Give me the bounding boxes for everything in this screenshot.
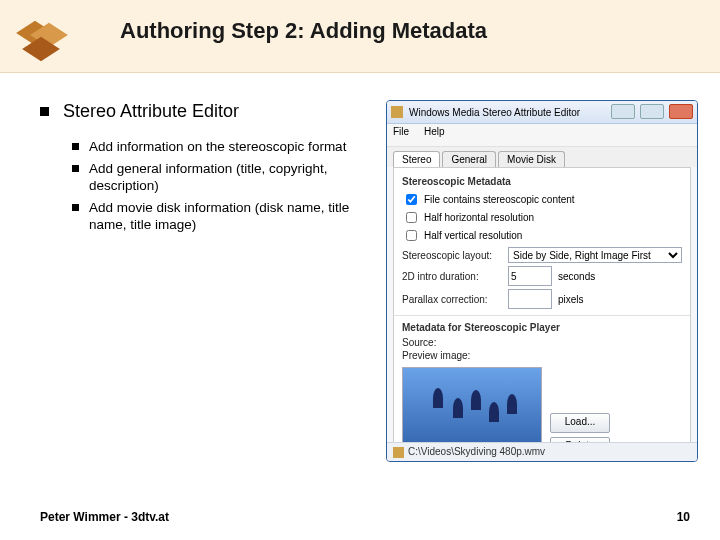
menu-file[interactable]: File (393, 126, 409, 137)
tab-general[interactable]: General (442, 151, 496, 167)
label-intro-duration: 2D intro duration: (402, 271, 502, 282)
chk-contains-stereo[interactable] (406, 194, 417, 205)
app-icon (391, 106, 403, 118)
label-source: Source: (402, 337, 682, 348)
main-bullet: Stereo Attribute Editor (63, 101, 239, 122)
bullet-icon (72, 204, 79, 211)
group-player-meta: Metadata for Stereoscopic Player (402, 322, 682, 333)
label-layout: Stereoscopic layout: (402, 250, 502, 261)
slide-logo (14, 16, 66, 64)
tab-movie-disk[interactable]: Movie Disk (498, 151, 565, 167)
window-titlebar[interactable]: Windows Media Stereo Attribute Editor (387, 101, 697, 124)
slide-title: Authoring Step 2: Adding Metadata (120, 18, 487, 44)
label-preview-image: Preview image: (402, 350, 682, 361)
file-icon (393, 447, 404, 458)
unit-seconds: seconds (558, 271, 595, 282)
chk-half-horizontal-label: Half horizontal resolution (424, 212, 534, 223)
label-parallax: Parallax correction: (402, 294, 502, 305)
window-title: Windows Media Stereo Attribute Editor (409, 107, 609, 118)
sub-bullet: Add information on the stereoscopic form… (89, 138, 346, 156)
tab-stereo[interactable]: Stereo (393, 151, 440, 167)
unit-pixels: pixels (558, 294, 584, 305)
sub-bullet: Add movie disk information (disk name, t… (89, 199, 362, 234)
input-parallax[interactable] (508, 289, 552, 309)
close-button[interactable] (669, 104, 693, 119)
chk-contains-stereo-label: File contains stereoscopic content (424, 194, 575, 205)
status-bar: C:\Videos\Skydiving 480p.wmv (387, 442, 697, 461)
menu-help[interactable]: Help (424, 126, 445, 137)
chk-half-horizontal[interactable] (406, 212, 417, 223)
bullet-icon (40, 107, 49, 116)
sub-bullet: Add general information (title, copyrigh… (89, 160, 362, 195)
chk-half-vertical[interactable] (406, 230, 417, 241)
load-button[interactable]: Load... (550, 413, 610, 433)
input-intro-duration[interactable] (508, 266, 552, 286)
footer-page-number: 10 (677, 510, 690, 524)
menu-bar: File Help (387, 124, 697, 147)
status-path: C:\Videos\Skydiving 480p.wmv (408, 443, 545, 461)
chk-half-vertical-label: Half vertical resolution (424, 230, 522, 241)
group-stereo-meta: Stereoscopic Metadata (402, 176, 682, 187)
bullet-icon (72, 165, 79, 172)
footer-author: Peter Wimmer - 3dtv.at (40, 510, 169, 524)
select-layout[interactable]: Side by Side, Right Image First (508, 247, 682, 263)
maximize-button[interactable] (640, 104, 664, 119)
bullet-icon (72, 143, 79, 150)
app-window: Windows Media Stereo Attribute Editor Fi… (386, 100, 698, 462)
minimize-button[interactable] (611, 104, 635, 119)
